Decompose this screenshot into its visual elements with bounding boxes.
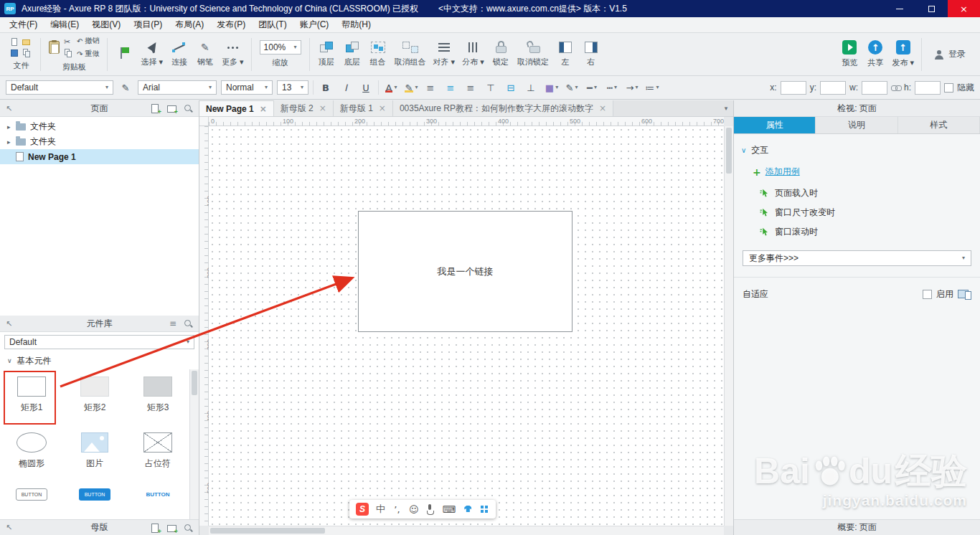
widget-button[interactable]: BUTTON [0, 481, 63, 519]
page-item-folder-2[interactable]: ▸ 文件夹 [0, 134, 199, 149]
copy-icon[interactable] [64, 49, 72, 57]
add-page-icon[interactable] [150, 103, 160, 113]
tab-close-icon[interactable]: × [599, 104, 606, 113]
canvas-vertical-scrollbar[interactable] [724, 126, 733, 526]
y-position-input[interactable] [820, 81, 846, 95]
valign-middle-button[interactable]: ⊟ [504, 80, 519, 95]
redo-button[interactable]: ↷重做 [77, 49, 99, 59]
tab-close-icon[interactable]: × [319, 104, 326, 113]
bring-to-front-button[interactable]: 顶层 [314, 39, 339, 70]
ime-skin-icon[interactable] [463, 503, 473, 515]
collapse-panel-icon[interactable]: ↖ [6, 104, 12, 113]
widget-rect3[interactable]: 矩形3 [126, 369, 189, 425]
hidden-checkbox[interactable] [944, 83, 953, 93]
add-master-icon[interactable] [150, 523, 160, 533]
add-master-folder-icon[interactable] [166, 523, 176, 533]
canvas-horizontal-scrollbar[interactable] [209, 526, 724, 535]
expand-arrow-icon[interactable]: ▸ [7, 138, 16, 146]
italic-button[interactable]: I [338, 80, 354, 95]
tab-new-page-1[interactable]: New Page 1 × [199, 100, 274, 116]
format-painter-button[interactable]: ✎ [118, 80, 133, 95]
menu-project[interactable]: 项目(P) [127, 17, 169, 32]
event-page-load[interactable]: 页面载入时 [760, 187, 980, 199]
sogou-logo-icon[interactable]: S [356, 503, 369, 516]
widget-primary-button[interactable]: BUTTON [63, 481, 126, 519]
font-size-select[interactable]: 13▾ [277, 80, 308, 95]
widget-grid-scrollbar[interactable] [189, 369, 199, 519]
menu-team[interactable]: 团队(T) [252, 17, 293, 32]
align-right-button[interactable]: ≡ [463, 80, 479, 95]
pen-tool-button[interactable]: ✎ 钢笔 [192, 39, 218, 70]
add-folder-icon[interactable] [166, 103, 176, 113]
align-center-button[interactable]: ≡ [443, 80, 459, 95]
tab-close-icon[interactable]: × [379, 104, 386, 113]
valign-bottom-button[interactable]: ⊥ [524, 80, 540, 95]
ime-punctuation-icon[interactable]: ’, [392, 503, 402, 515]
ungroup-button[interactable]: 取消组合 [391, 39, 430, 70]
widget-rect1[interactable]: 矩形1 [0, 369, 63, 425]
connect-mode-button[interactable]: 连接 [166, 39, 192, 70]
paste-icon[interactable] [49, 41, 60, 54]
inspector-tab-notes[interactable]: 说明 [816, 117, 897, 133]
maximize-button[interactable] [915, 0, 948, 17]
font-color-button[interactable]: A▾ [383, 80, 399, 95]
design-canvas[interactable]: 我是一个链接 S 中 ’, ☺ ⌨ [209, 126, 724, 526]
page-item-folder-1[interactable]: ▸ 文件夹 [0, 119, 199, 134]
ime-chinese-mode-icon[interactable]: 中 [376, 503, 385, 515]
ime-keyboard-icon[interactable]: ⌨ [443, 503, 456, 515]
lock-button[interactable]: 锁定 [488, 39, 514, 70]
menu-edit[interactable]: 编辑(E) [44, 17, 85, 32]
select-mode-button[interactable]: 选择 ▾ [137, 39, 166, 70]
interaction-flag-button[interactable] [111, 44, 137, 65]
adaptive-views-icon[interactable] [958, 290, 971, 300]
widget-rect2[interactable]: 矩形2 [63, 369, 126, 425]
minimize-button[interactable] [883, 0, 915, 17]
more-events-select[interactable]: 更多事件>>> ▾ [743, 250, 971, 266]
collapse-panel-icon[interactable]: ↖ [6, 523, 12, 532]
publish-button[interactable]: 发布 ▾ [888, 38, 918, 70]
event-window-scroll[interactable]: 窗口滚动时 [760, 226, 980, 238]
tab-new-master-2[interactable]: 新母版 2 × [274, 100, 334, 116]
font-weight-select[interactable]: Normal▾ [221, 80, 273, 95]
tab-close-icon[interactable]: × [260, 105, 267, 113]
rectangle-widget[interactable]: 我是一个链接 [358, 211, 573, 332]
arrow-style-button[interactable]: →▾ [624, 80, 640, 95]
collapse-panel-icon[interactable]: ↖ [6, 319, 12, 328]
menu-view[interactable]: 视图(V) [85, 17, 127, 32]
inspector-tab-properties[interactable]: 属性 [734, 117, 816, 133]
border-style-button[interactable]: ┅▾ [604, 80, 620, 95]
toggle-right-panel-button[interactable]: 右 [578, 39, 604, 70]
underline-button[interactable]: U [358, 80, 374, 95]
distribute-button[interactable]: 分布 ▾ [458, 39, 488, 70]
preview-button[interactable]: 预览 [837, 38, 862, 70]
enable-adaptive-checkbox[interactable] [923, 290, 932, 299]
search-pages-icon[interactable] [183, 103, 193, 113]
ime-emoji-icon[interactable]: ☺ [409, 503, 419, 515]
tab-0035-tutorial[interactable]: 0035Axure RP教程：如何制作数字大屏的滚动数字 × [393, 100, 613, 116]
event-window-resize[interactable]: 窗口尺寸改变时 [760, 207, 980, 219]
border-color-button[interactable]: ✎▾ [564, 80, 580, 95]
add-case-link[interactable]: + 添加用例 [753, 166, 980, 178]
menu-layout[interactable]: 布局(A) [169, 17, 210, 32]
search-widgets-icon[interactable] [183, 318, 193, 328]
save-file-icon[interactable] [10, 49, 19, 57]
x-position-input[interactable] [781, 81, 806, 95]
valign-top-button[interactable]: ⊤ [484, 80, 499, 95]
fill-color-button[interactable]: ■▾ [544, 80, 560, 95]
height-input[interactable] [915, 81, 941, 95]
widget-placeholder[interactable]: 占位符 [126, 425, 189, 481]
menu-publish[interactable]: 发布(P) [210, 17, 252, 32]
border-width-button[interactable]: ━▾ [584, 80, 600, 95]
basic-widgets-section-header[interactable]: ∨ 基本元件 [0, 352, 199, 369]
group-button[interactable]: 组合 [365, 39, 391, 70]
menu-help[interactable]: 帮助(H) [335, 17, 377, 32]
zoom-select[interactable]: 100% ▾ [260, 40, 301, 55]
import-icon[interactable] [22, 49, 31, 57]
unlock-button[interactable]: 取消锁定 [514, 39, 552, 70]
login-button[interactable]: 登录 [925, 48, 974, 60]
more-tools-button[interactable]: 更多 ▾ [218, 39, 248, 70]
tab-new-master-1[interactable]: 新母版 1 × [334, 100, 393, 116]
menu-file[interactable]: 文件(F) [3, 17, 44, 32]
interactions-section-header[interactable]: ∨ 交互 [741, 144, 973, 156]
library-preset-select[interactable]: Default ▾ [4, 335, 194, 349]
